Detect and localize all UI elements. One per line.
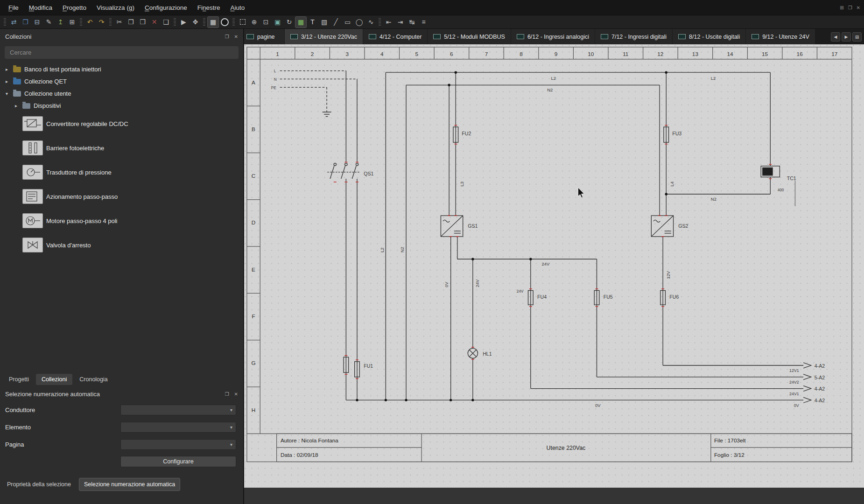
align-left-button[interactable]: ⇤ xyxy=(383,16,394,28)
component-hl1[interactable] xyxy=(468,348,478,358)
expander-icon[interactable]: ▸ xyxy=(4,67,10,72)
tab-overview-button[interactable]: ▤ xyxy=(852,32,862,42)
tree-item-trasduttore-di-pressione[interactable]: Trasduttore di pressione xyxy=(0,160,243,184)
element-thumbnail xyxy=(22,140,43,155)
grid-snap-button[interactable]: ▦ xyxy=(207,16,219,28)
tree-item-dispositivi[interactable]: ▸Dispositivi xyxy=(0,99,243,112)
save-project-as-button[interactable]: ✎ xyxy=(43,16,55,28)
export-drawing-icon: ↥ xyxy=(58,19,63,25)
bottom-tab-selezione-numerazione-automatica[interactable]: Selezione numerazione automatica xyxy=(79,478,180,491)
launch-button[interactable]: ▶ xyxy=(178,16,190,28)
page-tab-4-12-computer[interactable]: 4/12 - Computer xyxy=(363,29,427,44)
schematic-canvas[interactable]: 1234567891011121314151617ABCDEFGH Autore… xyxy=(244,44,864,488)
delete-button[interactable]: ✕ xyxy=(148,16,160,28)
tree-item-collezione-utente[interactable]: ▾Collezione utente xyxy=(0,87,243,99)
toolbar-overflow-icon[interactable]: ⊞ xyxy=(840,5,843,10)
close-panel-icon[interactable]: ✕ xyxy=(234,392,238,397)
menu-progetto[interactable]: Progetto xyxy=(58,2,91,14)
menu-configurazione[interactable]: Configurazione xyxy=(140,2,192,14)
label-hl1: HL1 xyxy=(483,351,492,357)
align-right-button[interactable]: ⇥ xyxy=(394,16,406,28)
open-project-button[interactable]: ❐ xyxy=(20,16,31,28)
conductor-refresh-button[interactable]: ↻ xyxy=(283,16,295,28)
numbering-panel-header: Selezione numerazione automatica ❐ ✕ xyxy=(0,386,243,401)
panel-restore-icon[interactable]: ❐ xyxy=(848,5,852,10)
panel-close-icon[interactable]: ✕ xyxy=(857,5,860,10)
add-line-button[interactable]: ╱ xyxy=(330,16,342,28)
tree-item-collezione-qet[interactable]: ▸Collezione QET xyxy=(0,75,243,87)
page-tab-label: 5/12 - Moduli MODBUS xyxy=(444,34,505,40)
tree-item-valvola-d-arresto[interactable]: Valvola d'arresto xyxy=(0,233,243,257)
close-panel-icon[interactable]: ✕ xyxy=(234,34,238,39)
save-project-button[interactable]: ⊟ xyxy=(31,16,43,28)
select-area-icon xyxy=(240,19,246,25)
wire-label-l2: L2 xyxy=(551,76,556,81)
page-tab-6-12-ingressi-analogici[interactable]: 6/12 - Ingressi analogici xyxy=(511,29,595,44)
page-tab-3-12-utenze-220vac[interactable]: 3/12 - Utenze 220Vac xyxy=(285,29,363,44)
field-row-element: Elemento▾ xyxy=(0,419,243,436)
conductor-color-button[interactable] xyxy=(219,16,231,28)
svg-text:3: 3 xyxy=(345,51,349,57)
menu-finestre[interactable]: Finestre xyxy=(193,2,225,14)
menu-aiuto[interactable]: Aiuto xyxy=(225,2,249,14)
tree-item-barriere-fotoelettriche[interactable]: Barriere fotoelettriche xyxy=(0,136,243,160)
expander-icon[interactable]: ▸ xyxy=(13,103,19,108)
page-tab-7-12-ingressi-digitali[interactable]: 7/12 - Ingressi digitali xyxy=(595,29,672,44)
page-tab-9-12-utenze-24v[interactable]: 9/12 - Utenze 24V xyxy=(746,29,815,44)
undo-button[interactable]: ↶ xyxy=(84,16,96,28)
paste-button[interactable]: ❒ xyxy=(137,16,148,28)
configure-button[interactable]: Configurare xyxy=(120,456,236,467)
special-paste-button[interactable]: ❑ xyxy=(160,16,172,28)
scroll-tabs-left-button[interactable]: ◀ xyxy=(831,32,840,42)
dropdown-arrow-icon: ▾ xyxy=(230,407,232,413)
page-tab-5-12-moduli-modbus[interactable]: 5/12 - Moduli MODBUS xyxy=(428,29,511,44)
menu-file[interactable]: File xyxy=(4,2,23,14)
conductor-select[interactable]: ▾ xyxy=(120,405,236,415)
add-image-button[interactable]: ▧ xyxy=(318,16,330,28)
expander-icon[interactable]: ▸ xyxy=(4,79,10,84)
menu-visualizza-g[interactable]: Visualizza (g) xyxy=(92,2,139,14)
wire-label-12v1: 12V1 xyxy=(789,368,799,373)
tree-item-banco-di-test-portata-iniettori[interactable]: ▸Banco di test portata iniettori xyxy=(0,63,243,75)
copy-button[interactable]: ❐ xyxy=(125,16,137,28)
tree-item-motore-passo-passo-4-poli[interactable]: Motore passo-passo 4 poli xyxy=(0,209,243,233)
align-stack-button[interactable]: ≡ xyxy=(418,16,429,28)
add-curve-button[interactable]: ∿ xyxy=(365,16,377,28)
dock-tab-cronologia[interactable]: Cronologia xyxy=(74,374,113,385)
zoom-fit-button[interactable]: ⊡ xyxy=(260,16,272,28)
cut-icon: ✂ xyxy=(117,19,122,25)
collections-search-input[interactable] xyxy=(5,46,239,59)
collections-tree: ▸Banco di test portata iniettori▸Collezi… xyxy=(0,63,243,372)
add-ellipse-button[interactable]: ◯ xyxy=(353,16,365,28)
svg-text:12: 12 xyxy=(657,51,663,57)
pan-tool-button[interactable]: ✥ xyxy=(190,16,201,28)
numbering-grid-button[interactable]: ▦ xyxy=(295,16,307,28)
tree-item-convertitore-regolabile-dc-dc[interactable]: Convertitore regolabile DC/DC xyxy=(0,112,243,136)
float-panel-icon[interactable]: ❐ xyxy=(225,34,229,39)
cut-button[interactable]: ✂ xyxy=(113,16,125,28)
folio-display-button[interactable]: ▣ xyxy=(272,16,283,28)
page-select[interactable]: ▾ xyxy=(120,439,236,450)
add-rectangle-button[interactable]: ▭ xyxy=(342,16,353,28)
label-fu2: FU2 xyxy=(462,131,471,136)
menu-modifica[interactable]: Modifica xyxy=(24,2,57,14)
select-area-button[interactable] xyxy=(237,16,248,28)
add-text-button[interactable]: T xyxy=(307,16,318,28)
zoom-area-button[interactable]: ⊕ xyxy=(248,16,260,28)
scroll-tabs-right-button[interactable]: ▶ xyxy=(842,32,851,42)
export-drawing-button[interactable]: ↥ xyxy=(55,16,66,28)
tree-item-azionamento-passo-passo[interactable]: Azionamento passo-passo xyxy=(0,184,243,209)
page-tab-pagine[interactable]: pagine xyxy=(244,29,284,44)
dock-tab-collezioni[interactable]: Collezioni xyxy=(36,374,72,385)
redo-button[interactable]: ↷ xyxy=(96,16,107,28)
distribute-button[interactable]: ↹ xyxy=(406,16,418,28)
wire-label-l: L xyxy=(274,69,276,73)
project-import-export-button[interactable]: ⇄ xyxy=(8,16,20,28)
float-panel-icon[interactable]: ❐ xyxy=(225,392,229,397)
print-button[interactable]: ⊞ xyxy=(66,16,78,28)
element-select[interactable]: ▾ xyxy=(120,422,236,433)
page-tab-8-12-uscite-digitali[interactable]: 8/12 - Uscite digitali xyxy=(673,29,745,44)
expander-icon[interactable]: ▾ xyxy=(4,91,10,96)
dock-tab-progetti[interactable]: Progetti xyxy=(3,374,35,385)
bottom-tab-propriet-della-selezione[interactable]: Proprietà della selezione xyxy=(2,478,76,490)
